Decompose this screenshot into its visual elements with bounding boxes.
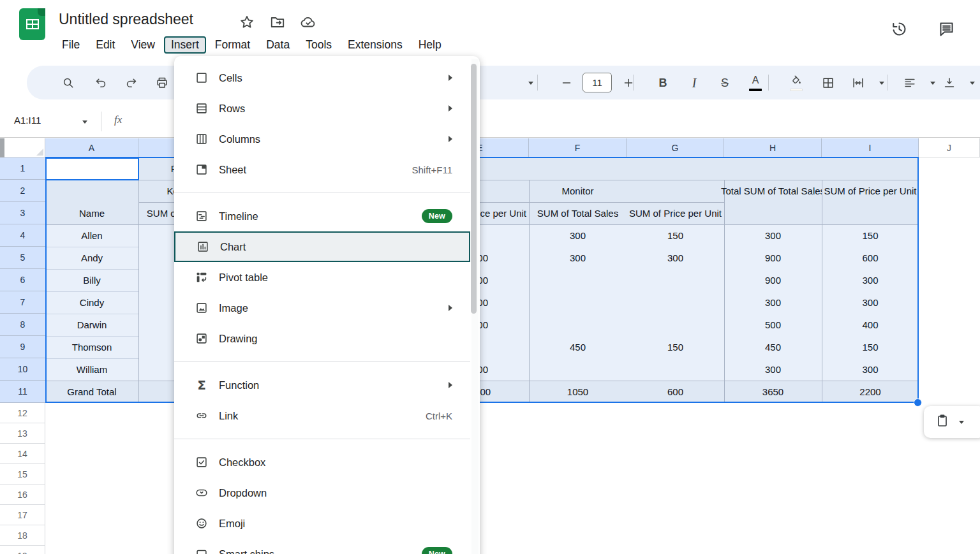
row-header-7[interactable]: 7 [0, 291, 45, 314]
menu-item-cells[interactable]: Cells [174, 62, 470, 93]
row-header-4[interactable]: 4 [0, 224, 45, 247]
cell-A5[interactable]: Andy [45, 247, 138, 269]
column-header-H[interactable]: H [724, 138, 822, 157]
row-header-10[interactable]: 10 [0, 358, 45, 381]
cell-F4[interactable]: 300 [529, 224, 627, 247]
cell-G5[interactable]: 300 [627, 247, 724, 269]
cell-H7[interactable]: 300 [724, 291, 822, 314]
row-header-8[interactable]: 8 [0, 314, 45, 336]
print-icon[interactable] [151, 71, 174, 94]
cell-H5[interactable]: 900 [724, 247, 822, 269]
row-header-1[interactable]: 1 [0, 157, 45, 180]
cell-I2[interactable]: SUM of Price per Unit [822, 180, 980, 202]
font-size-input[interactable]: 11 [583, 73, 612, 92]
menu-item-chart[interactable]: Chart [174, 231, 470, 262]
row-header-9[interactable]: 9 [0, 336, 45, 358]
merge-cells-icon[interactable] [847, 71, 870, 94]
cell-H6[interactable]: 900 [724, 269, 822, 291]
cell-A7[interactable]: Cindy [45, 291, 138, 314]
cell-F2[interactable]: Monitor [529, 180, 627, 202]
comments-icon[interactable] [935, 18, 957, 40]
cell-A11[interactable]: Grand Total [45, 381, 138, 403]
column-header-J[interactable]: J [919, 138, 980, 157]
menubar-item-file[interactable]: File [55, 36, 87, 54]
vertical-align-icon[interactable] [938, 71, 961, 94]
menu-item-timeline[interactable]: TimelineNew [174, 201, 470, 231]
strikethrough-icon[interactable]: S [713, 71, 736, 94]
row-header-16[interactable]: 16 [0, 485, 45, 505]
menubar-item-view[interactable]: View [124, 36, 162, 54]
menubar-item-data[interactable]: Data [259, 36, 297, 54]
menu-item-checkbox[interactable]: Checkbox [174, 447, 470, 477]
menubar-item-edit[interactable]: Edit [89, 36, 122, 54]
menu-item-smart-chips[interactable]: Smart chipsNew [174, 539, 470, 554]
row-header-12[interactable]: 12 [0, 403, 45, 423]
row-header-2[interactable]: 2 [0, 180, 45, 202]
menu-item-sheet[interactable]: SheetShift+F11 [174, 154, 470, 185]
cell-A4[interactable]: Allen [45, 224, 138, 247]
menu-item-emoji[interactable]: Emoji [174, 508, 470, 539]
menu-item-pivot-table[interactable]: Pivot table [174, 262, 470, 293]
menubar-item-format[interactable]: Format [208, 36, 257, 54]
redo-icon[interactable] [120, 71, 143, 94]
cell-F9[interactable]: 450 [529, 336, 627, 358]
row-header-11[interactable]: 11 [0, 381, 45, 403]
cell-H2[interactable]: Total SUM of Total Sales [627, 180, 822, 202]
column-header-I[interactable]: I [822, 138, 919, 157]
borders-icon[interactable] [817, 71, 840, 94]
cell-A6[interactable]: Billy [45, 269, 138, 291]
text-color-icon[interactable]: A [744, 71, 767, 94]
merge-caret-icon[interactable] [870, 71, 893, 94]
undo-icon[interactable] [89, 71, 112, 94]
row-header-13[interactable]: 13 [0, 423, 45, 444]
version-history-icon[interactable] [888, 18, 910, 40]
italic-icon[interactable]: I [683, 71, 706, 94]
select-all-corner[interactable] [0, 138, 45, 157]
bold-icon[interactable]: B [651, 71, 674, 94]
cell-G3[interactable]: SUM of Price per Unit [627, 202, 724, 224]
cell-I8[interactable]: 400 [822, 314, 919, 336]
row-header-14[interactable]: 14 [0, 444, 45, 464]
name-box[interactable]: A1:I11 [14, 115, 41, 126]
font-family-caret-icon[interactable] [519, 71, 542, 94]
cell-A10[interactable]: William [45, 358, 138, 381]
paste-options-widget[interactable] [924, 406, 980, 438]
row-header-3[interactable]: 3 [0, 202, 45, 224]
cell-G4[interactable]: 150 [627, 224, 724, 247]
cell-H8[interactable]: 500 [724, 314, 822, 336]
column-header-G[interactable]: G [627, 138, 724, 157]
cell-I5[interactable]: 600 [822, 247, 919, 269]
menu-item-rows[interactable]: Rows [174, 93, 470, 124]
column-header-F[interactable]: F [529, 138, 627, 157]
row-header-17[interactable]: 17 [0, 505, 45, 525]
row-header-19[interactable]: 19 [0, 546, 45, 554]
menubar-item-help[interactable]: Help [412, 36, 449, 54]
cell-I4[interactable]: 150 [822, 224, 919, 247]
cell-G11[interactable]: 600 [627, 381, 724, 403]
cell-A8[interactable]: Darwin [45, 314, 138, 336]
row-header-6[interactable]: 6 [0, 269, 45, 291]
cell-H10[interactable]: 300 [724, 358, 822, 381]
text-wrap-icon[interactable] [976, 71, 980, 94]
cell-I11[interactable]: 2200 [822, 381, 919, 403]
sheets-logo-icon[interactable] [19, 8, 45, 40]
cell-I7[interactable]: 300 [822, 291, 919, 314]
menu-item-columns[interactable]: Columns [174, 124, 470, 154]
star-icon[interactable] [239, 14, 255, 31]
column-header-A[interactable]: A [45, 138, 138, 157]
menu-item-function[interactable]: ΣFunction [174, 370, 470, 400]
clipboard-icon[interactable] [935, 413, 950, 431]
cell-A3[interactable]: Name [45, 202, 138, 224]
move-folder-icon[interactable] [269, 14, 286, 31]
fill-handle[interactable] [914, 398, 922, 407]
cell-H11[interactable]: 3650 [724, 381, 822, 403]
menu-scrollbar-thumb[interactable] [471, 64, 477, 314]
decrease-font-size-icon[interactable] [555, 71, 578, 94]
menubar-item-insert[interactable]: Insert [164, 36, 206, 54]
row-header-15[interactable]: 15 [0, 464, 45, 485]
row-header-18[interactable]: 18 [0, 525, 45, 546]
menu-item-link[interactable]: LinkCtrl+K [174, 400, 470, 431]
cell-H4[interactable]: 300 [724, 224, 822, 247]
document-title[interactable]: Untitled spreadsheet [59, 11, 193, 28]
cell-A9[interactable]: Thomson [45, 336, 138, 358]
